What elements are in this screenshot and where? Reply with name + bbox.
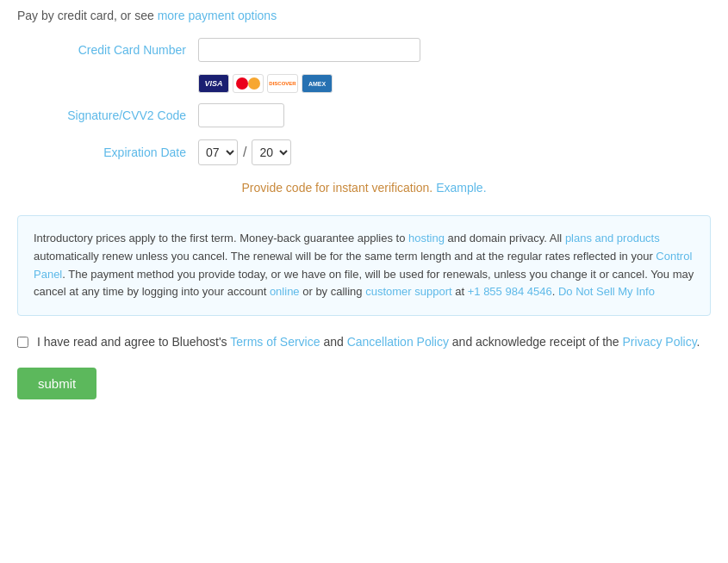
- privacy-policy-link[interactable]: Privacy Policy: [623, 335, 697, 349]
- amex-icon: AMEX: [302, 74, 333, 93]
- agreement-row: I have read and agree to Bluehost's Term…: [17, 335, 711, 349]
- control-panel-link[interactable]: Control Panel: [34, 250, 692, 281]
- payment-form: Credit Card Number VISA DISCOVER AMEX Si…: [17, 38, 711, 165]
- intro-text: Pay by credit card, or see more payment …: [17, 9, 711, 22]
- more-payment-options-link[interactable]: more payment options: [158, 9, 277, 22]
- info-box: Introductory prices apply to the first t…: [17, 215, 711, 316]
- phone-link[interactable]: +1 855 984 4546: [468, 285, 552, 298]
- cc-number-row: Credit Card Number: [17, 38, 711, 62]
- cc-number-label: Credit Card Number: [17, 43, 198, 57]
- agreement-text: I have read and agree to Bluehost's Term…: [37, 335, 700, 349]
- expiry-selects: 010203040506070809101112 / 2021222324252…: [198, 139, 291, 165]
- expiry-separator: /: [243, 145, 246, 160]
- example-link[interactable]: Example.: [436, 181, 486, 195]
- expiry-month-select[interactable]: 010203040506070809101112: [198, 139, 238, 165]
- plans-products-link[interactable]: plans and products: [565, 232, 660, 244]
- customer-support-link[interactable]: customer support: [365, 285, 451, 298]
- cancellation-policy-link[interactable]: Cancellation Policy: [347, 335, 449, 349]
- cvv-row: Signature/CVV2 Code: [17, 103, 711, 127]
- visa-icon: VISA: [198, 74, 229, 93]
- expiry-year-select[interactable]: 2021222324252627282930: [252, 139, 291, 165]
- online-link[interactable]: online: [270, 285, 300, 298]
- cc-number-input[interactable]: [198, 38, 420, 62]
- cvv-label: Signature/CVV2 Code: [17, 108, 198, 122]
- discover-icon: DISCOVER: [267, 74, 298, 93]
- expiry-row: Expiration Date 010203040506070809101112…: [17, 139, 711, 165]
- hosting-link[interactable]: hosting: [408, 232, 445, 244]
- mastercard-icon: [233, 74, 264, 93]
- agree-checkbox[interactable]: [17, 337, 28, 348]
- submit-button[interactable]: submit: [17, 368, 96, 399]
- verification-section: Provide code for instant verification. E…: [17, 181, 711, 195]
- do-not-sell-link[interactable]: Do Not Sell My Info: [558, 285, 655, 298]
- cvv-input[interactable]: [198, 103, 284, 127]
- cc-icons-row: VISA DISCOVER AMEX: [198, 74, 711, 93]
- tos-link[interactable]: Terms of Service: [230, 335, 320, 349]
- expiry-label: Expiration Date: [17, 145, 198, 159]
